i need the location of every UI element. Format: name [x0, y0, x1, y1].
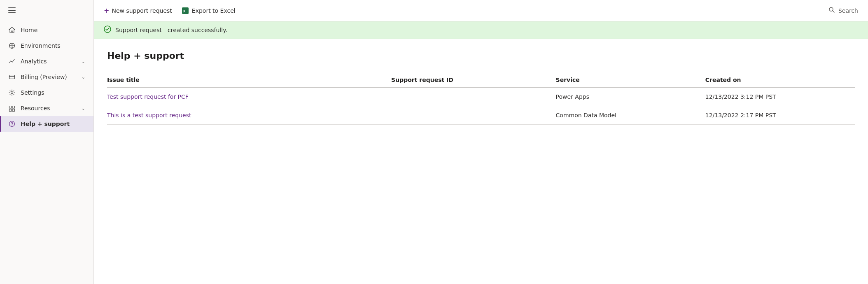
col-header-issue-title: Issue title	[107, 72, 391, 88]
banner-part1: Support request	[115, 27, 162, 33]
hamburger-button[interactable]	[0, 0, 93, 21]
page-title: Help + support	[107, 51, 855, 61]
svg-rect-9	[9, 109, 12, 112]
sidebar-item-help-support[interactable]: Help + support	[0, 116, 93, 132]
table-row: Test support request for PCF Power Apps …	[107, 88, 855, 106]
sidebar-item-environments[interactable]: Environments	[0, 38, 93, 54]
svg-point-6	[11, 92, 13, 94]
search-button[interactable]: Search	[828, 7, 858, 14]
new-support-request-label: New support request	[112, 7, 172, 14]
table-body: Test support request for PCF Power Apps …	[107, 88, 855, 125]
svg-point-12	[12, 125, 12, 126]
sidebar-item-settings-label: Settings	[21, 89, 85, 96]
help-icon	[8, 120, 16, 128]
chart-icon	[8, 58, 16, 65]
table-row: This is a test support request Common Da…	[107, 106, 855, 125]
sidebar-item-resources-label: Resources	[21, 105, 77, 112]
sidebar-item-settings[interactable]: Settings	[0, 85, 93, 100]
new-support-request-button[interactable]: + New support request	[104, 4, 172, 17]
svg-rect-7	[9, 106, 12, 109]
hamburger-icon	[8, 7, 16, 13]
banner-part2: created successfully.	[168, 27, 227, 33]
col-header-service: Service	[556, 72, 705, 88]
sidebar-item-billing-label: Billing (Preview)	[21, 74, 77, 80]
sidebar: Home Environments Analytics ⌄	[0, 0, 94, 284]
issue-title-link-1[interactable]: Test support request for PCF	[107, 93, 189, 100]
created-on-cell-2: 12/13/2022 2:17 PM PST	[705, 106, 855, 125]
export-to-excel-button[interactable]: X Export to Excel	[182, 5, 236, 16]
search-icon	[828, 7, 835, 14]
content-area: Help + support Issue title Support reque…	[94, 39, 868, 284]
col-header-created-on: Created on	[705, 72, 855, 88]
svg-point-11	[9, 121, 15, 127]
sidebar-item-analytics[interactable]: Analytics ⌄	[0, 54, 93, 69]
plus-icon: +	[104, 7, 109, 14]
settings-icon	[8, 89, 16, 96]
search-label: Search	[838, 7, 858, 14]
table-header: Issue title Support request ID Service C…	[107, 72, 855, 88]
sidebar-item-analytics-label: Analytics	[21, 58, 77, 65]
support-table: Issue title Support request ID Service C…	[107, 72, 855, 125]
main-content: + New support request X Export to Excel …	[94, 0, 868, 284]
sidebar-item-home[interactable]: Home	[0, 22, 93, 38]
issue-title-cell: This is a test support request	[107, 106, 391, 125]
globe-icon	[8, 42, 16, 49]
service-cell-2: Common Data Model	[556, 106, 705, 125]
sidebar-item-resources[interactable]: Resources ⌄	[0, 100, 93, 116]
toolbar: + New support request X Export to Excel …	[94, 0, 868, 21]
sidebar-item-environments-label: Environments	[21, 42, 85, 49]
billing-chevron-icon: ⌄	[82, 74, 85, 80]
sidebar-item-home-label: Home	[21, 27, 85, 33]
home-icon	[8, 26, 16, 34]
svg-line-16	[833, 11, 834, 12]
svg-text:X: X	[183, 9, 185, 13]
svg-rect-4	[9, 75, 15, 79]
excel-icon: X	[182, 7, 189, 14]
sidebar-nav: Home Environments Analytics ⌄	[0, 21, 93, 132]
sidebar-item-help-support-label: Help + support	[21, 121, 85, 127]
issue-title-cell: Test support request for PCF	[107, 88, 391, 106]
success-icon	[104, 26, 111, 35]
issue-title-link-2[interactable]: This is a test support request	[107, 112, 191, 119]
sidebar-item-billing[interactable]: Billing (Preview) ⌄	[0, 69, 93, 85]
analytics-chevron-icon: ⌄	[82, 59, 85, 64]
svg-rect-10	[12, 109, 15, 112]
col-header-support-request-id: Support request ID	[391, 72, 556, 88]
success-banner: Support request created successfully.	[94, 21, 868, 39]
export-to-excel-label: Export to Excel	[192, 7, 236, 14]
support-request-id-cell-1	[391, 88, 556, 106]
created-on-cell-1: 12/13/2022 3:12 PM PST	[705, 88, 855, 106]
billing-icon	[8, 73, 16, 81]
resources-icon	[8, 105, 16, 112]
resources-chevron-icon: ⌄	[82, 106, 85, 111]
support-request-id-cell-2	[391, 106, 556, 125]
svg-rect-8	[12, 106, 15, 109]
service-cell-1: Power Apps	[556, 88, 705, 106]
